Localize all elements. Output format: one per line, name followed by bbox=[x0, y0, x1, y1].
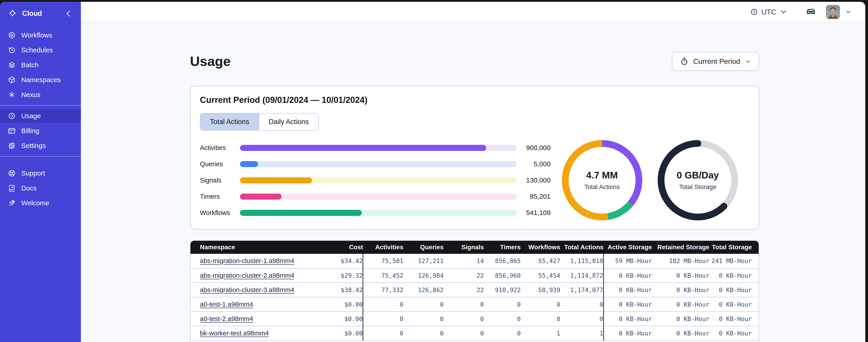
sidebar-item-usage[interactable]: Usage bbox=[0, 109, 81, 123]
table-cell: 0 bbox=[363, 297, 403, 312]
bar-track bbox=[240, 145, 517, 151]
sidebar-header: Cloud bbox=[0, 2, 81, 25]
user-menu[interactable] bbox=[826, 5, 852, 19]
table-cell: 0 bbox=[443, 312, 484, 326]
table-cell: 0 bbox=[484, 326, 521, 340]
table-cell: 0 bbox=[521, 312, 560, 326]
table-cell: 0 KB-Hour bbox=[652, 283, 709, 297]
sidebar-item-settings[interactable]: Settings bbox=[0, 139, 81, 152]
donut-center-value: 4.7 MM bbox=[586, 170, 618, 181]
sidebar-item-label: Nexus bbox=[21, 91, 40, 99]
table-cell: 0 KB-Hour bbox=[603, 297, 652, 312]
column-header-queries: Queries bbox=[403, 241, 443, 254]
sidebar-item-namespaces[interactable]: Namespaces bbox=[0, 73, 81, 87]
sidebar-nav: WorkflowsSchedulesBatchNamespacesNexusUs… bbox=[0, 25, 81, 211]
avatar[interactable] bbox=[826, 5, 840, 19]
table-cell: $38.42 bbox=[319, 283, 363, 297]
usage-body: Activities900,000Queries5,000Signals130,… bbox=[200, 140, 749, 221]
namespace-link[interactable]: bk-worker-test.a98mm4 bbox=[200, 330, 269, 337]
table-cell: 0 bbox=[363, 326, 403, 340]
sidebar-item-welcome[interactable]: Welcome bbox=[0, 196, 81, 210]
namespace-link[interactable]: a0-test-2.a98mm4 bbox=[200, 315, 253, 322]
sidebar-item-workflows[interactable]: Workflows bbox=[0, 28, 81, 42]
schedules-icon bbox=[8, 46, 16, 54]
workflows-icon bbox=[8, 31, 16, 39]
table-cell: 910,922 bbox=[484, 283, 521, 297]
table-row: abs-migration-cluster-2.a98mm4$29.3275,4… bbox=[190, 268, 758, 283]
column-header-total-actions: Total Actions bbox=[560, 241, 604, 254]
bar-row-signals: Signals130,000 bbox=[200, 176, 551, 184]
bar-value: 541,109 bbox=[517, 209, 551, 216]
table-row: abs-migration-cluster-1.a98mm4$34.4275,5… bbox=[190, 254, 758, 268]
table-header-row: NamespaceCostActivitiesQueriesSignalsTim… bbox=[190, 241, 758, 254]
table-cell: a0-test-2.a98mm4 bbox=[190, 312, 319, 326]
donut-total-actions: 4.7 MMTotal Actions bbox=[561, 140, 643, 221]
timezone-selector[interactable]: UTC bbox=[750, 8, 787, 16]
bar-fill bbox=[240, 177, 312, 183]
bar-value: 85,201 bbox=[517, 193, 551, 200]
table-cell: $0.00 bbox=[319, 312, 363, 326]
table-cell: 0 bbox=[560, 297, 604, 312]
clock-icon bbox=[750, 8, 758, 16]
sidebar-collapse-button[interactable] bbox=[64, 9, 73, 18]
sidebar-item-schedules[interactable]: Schedules bbox=[0, 43, 81, 57]
bar-value: 5,000 bbox=[517, 160, 551, 168]
sidebar-item-nexus[interactable]: Nexus bbox=[0, 88, 81, 102]
sidebar-item-billing[interactable]: Billing bbox=[0, 124, 81, 138]
column-header-total-storage: Total Storage bbox=[709, 241, 758, 254]
table-cell: 0 bbox=[521, 297, 560, 312]
table-cell: 0 bbox=[403, 312, 443, 326]
bar-label: Timers bbox=[200, 193, 240, 200]
table-cell: abs-migration-cluster-3.a98mm4 bbox=[190, 283, 319, 297]
sidebar-item-label: Schedules bbox=[21, 46, 53, 54]
sidebar-item-label: Support bbox=[21, 169, 45, 177]
column-header-workflows: Workflows bbox=[521, 241, 560, 254]
page-head: Usage Current Period bbox=[190, 52, 759, 71]
table-cell: 1,174,077 bbox=[560, 283, 604, 297]
column-header-namespace: Namespace bbox=[190, 241, 319, 254]
usage-summary-card: Current Period (09/01/2024 — 10/01/2024)… bbox=[190, 86, 759, 230]
table-cell: 1,114,872 bbox=[560, 268, 604, 283]
table-cell: 0 bbox=[403, 326, 443, 340]
column-header-active-storage: Active Storage bbox=[603, 241, 652, 254]
table-cell: 0 KB-Hour bbox=[652, 312, 709, 326]
sidebar-item-support[interactable]: Support bbox=[0, 167, 81, 180]
user-menu-chevron-icon bbox=[845, 8, 852, 15]
donut-center-label: Total Actions bbox=[584, 183, 620, 191]
tab-daily-actions[interactable]: Daily Actions bbox=[259, 113, 318, 130]
table-cell: abs-migration-cluster-2.a98mm4 bbox=[190, 268, 319, 283]
usage-card-title: Current Period (09/01/2024 — 10/01/2024) bbox=[200, 95, 749, 105]
period-filter-button[interactable]: Current Period bbox=[672, 52, 759, 71]
table-cell: 0 KB-Hour bbox=[709, 312, 758, 326]
table-cell: 0 KB-Hour bbox=[652, 326, 709, 340]
table-cell: 0 bbox=[484, 297, 521, 312]
incognito-glasses-icon[interactable] bbox=[806, 7, 816, 16]
bar-label: Workflows bbox=[200, 209, 240, 216]
table-cell: 0 bbox=[484, 312, 521, 326]
sidebar-item-label: Docs bbox=[21, 184, 37, 192]
sidebar-item-docs[interactable]: Docs bbox=[0, 181, 81, 195]
cloud-logo-icon bbox=[8, 9, 17, 18]
table-cell: 75,452 bbox=[363, 268, 403, 283]
bar-row-queries: Queries5,000 bbox=[200, 160, 551, 168]
table-cell: $34.42 bbox=[319, 254, 363, 268]
sidebar-item-batch[interactable]: Batch bbox=[0, 58, 81, 72]
bar-row-workflows: Workflows541,109 bbox=[200, 209, 551, 216]
namespace-link[interactable]: abs-migration-cluster-1.a98mm4 bbox=[200, 257, 294, 264]
actions-tab-group: Total ActionsDaily Actions bbox=[200, 113, 319, 131]
table-cell: 0 KB-Hour bbox=[603, 268, 652, 283]
nexus-icon bbox=[8, 91, 16, 99]
content: Usage Current Period Current Period (09/… bbox=[81, 23, 865, 342]
column-header-retained-storage: Retained Storage bbox=[652, 241, 709, 254]
namespace-link[interactable]: a0-test-1.a98mm4 bbox=[200, 301, 253, 308]
table-cell: 0 KB-Hour bbox=[709, 297, 758, 312]
namespace-link[interactable]: abs-migration-cluster-2.a98mm4 bbox=[200, 272, 294, 279]
docs-icon bbox=[8, 184, 16, 192]
table-cell: 55,454 bbox=[521, 268, 560, 283]
tab-total-actions[interactable]: Total Actions bbox=[200, 113, 259, 130]
table-cell: 0 KB-Hour bbox=[603, 312, 652, 326]
bar-track bbox=[240, 161, 517, 167]
support-icon bbox=[8, 169, 16, 177]
namespace-link[interactable]: abs-migration-cluster-3.a98mm4 bbox=[200, 286, 294, 294]
sidebar-item-label: Namespaces bbox=[21, 76, 61, 84]
